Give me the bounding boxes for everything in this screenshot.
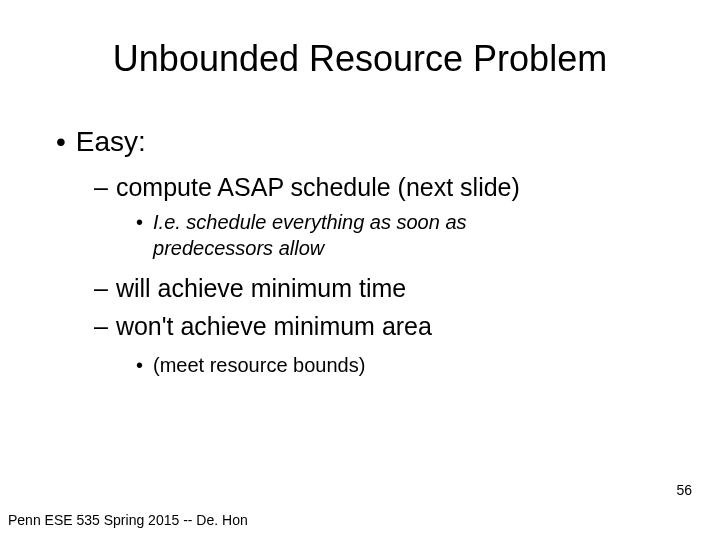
bullet-text: compute ASAP schedule (next slide) [116,172,520,203]
bullet-ie: • I.e. schedule everything as soon as pr… [136,209,680,261]
bullet-marker-disc-icon: • [136,209,143,235]
bullet-marker-disc-icon: • [56,126,66,158]
bullet-text: Easy: [76,126,146,158]
bullet-min-time: – will achieve minimum time [94,273,680,304]
bullet-marker-dash-icon: – [94,273,108,304]
bullet-marker-disc-icon: • [136,352,143,378]
bullet-easy: • Easy: [56,126,680,158]
bullet-bounds: • (meet resource bounds) [136,352,680,378]
bullet-asap: – compute ASAP schedule (next slide) [94,172,680,203]
slide-number: 56 [676,482,692,498]
footer-text: Penn ESE 535 Spring 2015 -- De. Hon [8,512,248,528]
bullet-marker-dash-icon: – [94,311,108,342]
bullet-text: I.e. schedule everything as soon as pred… [153,209,580,261]
bullet-text: won't achieve minimum area [116,311,432,342]
italic-ie: I.e. schedule everything as soon as pred… [153,211,467,259]
bullet-text: will achieve minimum time [116,273,406,304]
slide-title: Unbounded Resource Problem [0,38,720,80]
bullet-marker-dash-icon: – [94,172,108,203]
slide: Unbounded Resource Problem • Easy: – com… [0,0,720,540]
slide-content: • Easy: – compute ASAP schedule (next sl… [0,126,720,378]
bullet-min-area: – won't achieve minimum area [94,311,680,342]
bullet-text: (meet resource bounds) [153,352,365,378]
